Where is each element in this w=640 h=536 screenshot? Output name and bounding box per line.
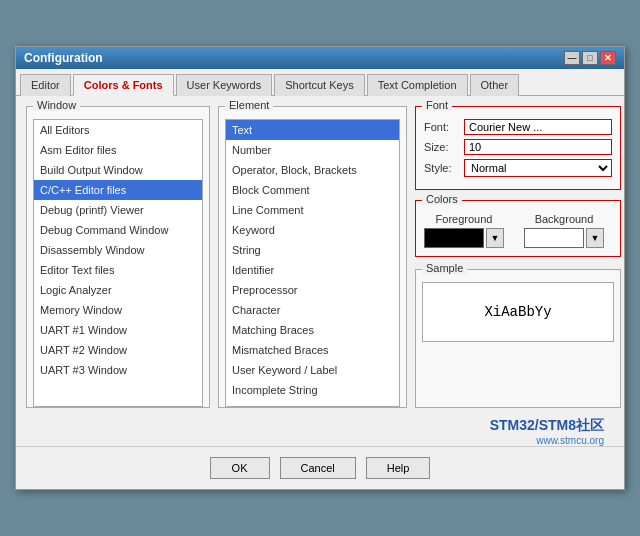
close-button[interactable]: ✕ xyxy=(600,51,616,65)
window-group: Window All Editors Asm Editor files Buil… xyxy=(26,106,210,408)
title-bar-buttons: — □ ✕ xyxy=(564,51,616,65)
maximize-button[interactable]: □ xyxy=(582,51,598,65)
size-row: Size: xyxy=(424,139,612,155)
foreground-label: Foreground xyxy=(436,213,493,225)
font-input[interactable] xyxy=(464,119,612,135)
help-button[interactable]: Help xyxy=(366,457,431,479)
list-item[interactable]: Block Comment xyxy=(226,180,399,200)
list-item[interactable]: Logic Analyzer xyxy=(34,280,202,300)
font-group-title: Font xyxy=(422,99,452,111)
list-item[interactable]: Build Output Window xyxy=(34,160,202,180)
list-item[interactable]: UART #3 Window xyxy=(34,360,202,380)
list-item-selected[interactable]: Text xyxy=(226,120,399,140)
sample-text: XiAaBbYy xyxy=(484,304,551,320)
background-label: Background xyxy=(535,213,594,225)
watermark-line1: STM32/STM8社区 xyxy=(490,417,604,435)
sample-group-title: Sample xyxy=(422,262,467,274)
size-input[interactable] xyxy=(464,139,612,155)
list-item[interactable]: Character xyxy=(226,300,399,320)
sample-group: Sample XiAaBbYy xyxy=(415,269,621,408)
window-list[interactable]: All Editors Asm Editor files Build Outpu… xyxy=(33,119,203,407)
cancel-button[interactable]: Cancel xyxy=(280,457,356,479)
list-item[interactable]: Mismatched Braces xyxy=(226,340,399,360)
list-item[interactable]: Preprocessor xyxy=(226,280,399,300)
ok-button[interactable]: OK xyxy=(210,457,270,479)
window-group-title: Window xyxy=(33,99,80,111)
font-label: Font: xyxy=(424,121,464,133)
background-dropdown-btn[interactable]: ▼ xyxy=(586,228,604,248)
list-item[interactable]: Identifier xyxy=(226,260,399,280)
list-item[interactable]: Debug (printf) Viewer xyxy=(34,200,202,220)
foreground-dropdown-btn[interactable]: ▼ xyxy=(486,228,504,248)
element-group: Element Text Number Operator, Block, Bra… xyxy=(218,106,407,408)
style-select[interactable]: Normal Bold Italic Bold Italic xyxy=(464,159,612,177)
colors-group-title: Colors xyxy=(422,193,462,205)
colors-row: Foreground ▼ Background ▼ xyxy=(424,213,612,248)
bottom-bar: OK Cancel Help xyxy=(16,446,624,489)
font-group: Font Font: Size: Style: Normal Bold xyxy=(415,106,621,190)
watermark-line2: www.stmcu.org xyxy=(490,435,604,446)
watermark-area: STM32/STM8社区 www.stmcu.org xyxy=(26,416,614,436)
style-label: Style: xyxy=(424,162,464,174)
watermark: STM32/STM8社区 www.stmcu.org xyxy=(490,417,604,446)
tab-user-keywords[interactable]: User Keywords xyxy=(176,74,273,96)
list-item[interactable]: Line Comment xyxy=(226,200,399,220)
list-item[interactable]: All Editors xyxy=(34,120,202,140)
tab-editor[interactable]: Editor xyxy=(20,74,71,96)
element-list[interactable]: Text Number Operator, Block, Brackets Bl… xyxy=(225,119,400,407)
configuration-dialog: Configuration — □ ✕ Editor Colors & Font… xyxy=(15,46,625,490)
font-row: Font: xyxy=(424,119,612,135)
tabs-bar: Editor Colors & Fonts User Keywords Shor… xyxy=(16,69,624,96)
tab-text-completion[interactable]: Text Completion xyxy=(367,74,468,96)
list-item[interactable]: String xyxy=(226,240,399,260)
tab-other[interactable]: Other xyxy=(470,74,520,96)
style-row: Style: Normal Bold Italic Bold Italic xyxy=(424,159,612,177)
foreground-color-box[interactable] xyxy=(424,228,484,248)
foreground-picker: ▼ xyxy=(424,228,504,248)
list-item[interactable]: Asm Editor files xyxy=(34,140,202,160)
list-item[interactable]: Number xyxy=(226,140,399,160)
list-item[interactable]: Keyword xyxy=(226,220,399,240)
list-item[interactable]: Incomplete String xyxy=(226,380,399,400)
right-panel: Font Font: Size: Style: Normal Bold xyxy=(415,106,621,408)
sample-box: XiAaBbYy xyxy=(422,282,614,342)
list-item[interactable]: Disassembly Window xyxy=(34,240,202,260)
tab-colors-fonts[interactable]: Colors & Fonts xyxy=(73,74,174,96)
minimize-button[interactable]: — xyxy=(564,51,580,65)
element-group-title: Element xyxy=(225,99,273,111)
list-item[interactable]: Debug Command Window xyxy=(34,220,202,240)
list-item[interactable]: User Keyword / Label xyxy=(226,360,399,380)
background-color-box[interactable] xyxy=(524,228,584,248)
list-item[interactable]: UART #2 Window xyxy=(34,340,202,360)
list-item[interactable]: Operator, Block, Brackets xyxy=(226,160,399,180)
list-item-selected[interactable]: C/C++ Editor files xyxy=(34,180,202,200)
background-col: Background ▼ xyxy=(524,213,604,248)
list-item[interactable]: Memory Window xyxy=(34,300,202,320)
title-bar: Configuration — □ ✕ xyxy=(16,47,624,69)
background-picker: ▼ xyxy=(524,228,604,248)
content-area: Window All Editors Asm Editor files Buil… xyxy=(16,96,624,446)
list-item[interactable]: Editor Text files xyxy=(34,260,202,280)
tab-shortcut-keys[interactable]: Shortcut Keys xyxy=(274,74,364,96)
list-item[interactable]: UART #1 Window xyxy=(34,320,202,340)
foreground-col: Foreground ▼ xyxy=(424,213,504,248)
panels-row: Window All Editors Asm Editor files Buil… xyxy=(26,106,614,408)
dialog-title: Configuration xyxy=(24,51,103,65)
colors-group: Colors Foreground ▼ Background xyxy=(415,200,621,257)
size-label: Size: xyxy=(424,141,464,153)
list-item[interactable]: Matching Braces xyxy=(226,320,399,340)
